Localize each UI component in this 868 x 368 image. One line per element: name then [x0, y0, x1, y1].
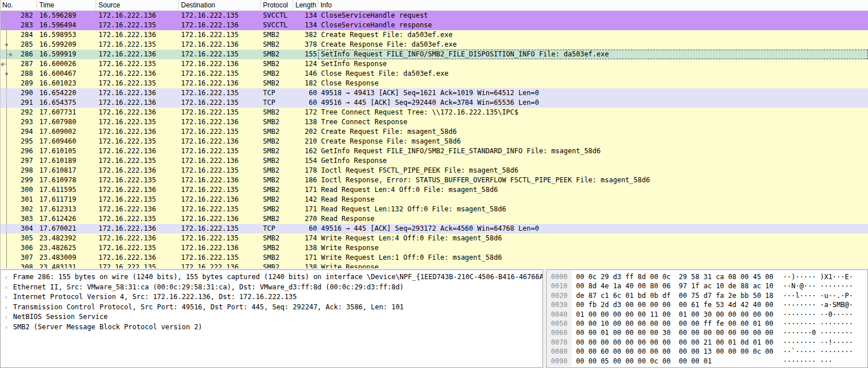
- packet-row[interactable]: 29217.607731172.16.222.136172.16.222.135…: [1, 108, 868, 117]
- hex-line[interactable]: 0020de 87 c1 6c 01 bd 0b df 00 75 d7 fa …: [547, 291, 867, 300]
- hex-bytes[interactable]: 00 00 01 00 00 00 00 30 00 00 00 00 00 0…: [571, 328, 774, 337]
- hex-offset: 0010: [547, 281, 571, 291]
- hex-line[interactable]: 004001 00 00 00 00 00 11 00 01 00 30 00 …: [547, 310, 867, 319]
- column-header-protocol[interactable]: Protocol: [261, 0, 293, 10]
- hex-ascii[interactable]: ·······0 ········: [774, 328, 853, 337]
- hex-bytes[interactable]: 00 00 60 00 00 00 00 00 00 00 13 00 00 0…: [571, 347, 774, 356]
- packet-row[interactable]: 30117.611719172.16.222.135172.16.222.136…: [1, 195, 868, 205]
- packet-row[interactable]: 29016.654220172.16.222.136172.16.222.135…: [1, 88, 868, 98]
- packet-row[interactable]: 29517.609460172.16.222.135172.16.222.136…: [1, 137, 868, 146]
- col-source: 172.16.222.135: [96, 117, 179, 127]
- col-destination: 172.16.222.135: [179, 224, 261, 234]
- hex-ascii[interactable]: ········ ··!·····: [774, 338, 853, 347]
- col-no: 291: [1, 98, 37, 108]
- packet-row[interactable]: 29717.610189172.16.222.135172.16.222.136…: [1, 156, 868, 166]
- packet-row[interactable]: 28616.599919172.16.222.136172.16.222.135…: [1, 50, 868, 59]
- packet-row[interactable]: 30623.482625172.16.222.135172.16.222.136…: [1, 243, 868, 253]
- hex-line[interactable]: 003000 fb 2d d3 00 00 00 00 00 61 fe 53 …: [547, 300, 867, 309]
- col-time: 17.670021: [37, 224, 96, 234]
- packet-row[interactable]: 29817.610817172.16.222.136172.16.222.135…: [1, 166, 868, 175]
- column-header-source[interactable]: Source: [96, 0, 179, 10]
- detail-line[interactable]: ›Frame 286: 155 bytes on wire (1240 bits…: [1, 272, 542, 283]
- col-no: 302: [1, 205, 37, 214]
- packet-row[interactable]: 29417.609002172.16.222.136172.16.222.135…: [1, 127, 868, 137]
- hex-bytes[interactable]: 00 8d 4e 1a 40 00 80 06 97 1f ac 10 de 8…: [571, 281, 774, 291]
- hex-ascii[interactable]: ········ ··0·····: [774, 310, 853, 319]
- hex-ascii[interactable]: ········ ········: [774, 319, 853, 328]
- packet-row[interactable]: 30417.670021172.16.222.136172.16.222.135…: [1, 224, 868, 234]
- hex-line[interactable]: 009000 00 05 00 00 00 0c 00 00 00 01 ···…: [547, 357, 867, 366]
- column-header-length[interactable]: Length: [293, 0, 318, 10]
- hex-bytes[interactable]: 00 00 05 00 00 00 0c 00 00 00 01: [571, 357, 774, 366]
- related-packet-marker: [1, 156, 12, 166]
- hex-bytes[interactable]: de 87 c1 6c 01 bd 0b df 00 75 d7 fa 2e b…: [571, 291, 774, 300]
- packet-row[interactable]: 29116.654375172.16.222.136172.16.222.135…: [1, 98, 868, 108]
- hex-bytes[interactable]: 00 fb 2d d3 00 00 00 00 00 61 fe 53 4d 4…: [571, 300, 774, 309]
- packet-row[interactable]: 28816.600467172.16.222.136172.16.222.135…: [1, 69, 868, 79]
- packet-row[interactable]: 28316.596494172.16.222.135172.16.222.136…: [1, 21, 868, 30]
- expand-chevron-icon[interactable]: ›: [5, 272, 13, 283]
- column-header-info[interactable]: Info: [318, 0, 868, 10]
- hex-line[interactable]: 006000 00 01 00 00 00 00 30 00 00 00 00 …: [547, 328, 867, 337]
- col-info: SetInfo Response: [318, 59, 868, 69]
- expand-chevron-icon[interactable]: ›: [5, 292, 13, 302]
- col-length: 162: [293, 146, 318, 156]
- packet-row[interactable]: 28516.599209172.16.222.135172.16.222.136…: [1, 40, 868, 50]
- hex-ascii[interactable]: ··`····· ········: [774, 347, 853, 356]
- packet-row[interactable]: 28916.601023172.16.222.135172.16.222.136…: [1, 79, 868, 88]
- hex-bytes[interactable]: 00 0c 29 d3 ff 8d 00 0c 29 58 31 ca 08 0…: [571, 272, 774, 281]
- hex-offset: 0040: [547, 310, 571, 319]
- hex-ascii[interactable]: ···l···· ·u··.·P·: [774, 291, 853, 300]
- col-time: 16.600467: [37, 69, 96, 79]
- col-length: 138: [293, 117, 318, 127]
- packet-row[interactable]: 29617.610105172.16.222.136172.16.222.135…: [1, 146, 868, 156]
- column-header-time[interactable]: Time: [37, 0, 96, 10]
- packet-row[interactable]: 28216.596289172.16.222.136172.16.222.135…: [1, 11, 868, 21]
- expand-chevron-icon[interactable]: ›: [5, 302, 13, 313]
- col-destination: 172.16.222.136: [179, 195, 261, 205]
- packet-row[interactable]: 28716.600026172.16.222.135172.16.222.136…: [1, 59, 868, 69]
- hex-line[interactable]: 005000 00 10 00 00 00 00 00 00 00 ff fe …: [547, 319, 867, 328]
- col-no: 306: [1, 243, 37, 253]
- hex-line[interactable]: 001000 8d 4e 1a 40 00 80 06 97 1f ac 10 …: [547, 281, 867, 291]
- related-packet-marker: [1, 69, 12, 79]
- col-destination: 172.16.222.136: [179, 214, 261, 224]
- col-info: Create Request File: da503ef.exe: [318, 30, 868, 40]
- hex-line[interactable]: 000000 0c 29 d3 ff 8d 00 0c 29 58 31 ca …: [547, 272, 867, 281]
- packet-row[interactable]: 30317.612426172.16.222.135172.16.222.136…: [1, 214, 868, 224]
- hex-ascii[interactable]: ··)····· )X1···E·: [774, 272, 853, 281]
- detail-line[interactable]: ›Transmission Control Protocol, Src Port…: [1, 302, 542, 313]
- column-header-destination[interactable]: Destination: [179, 0, 261, 10]
- col-source: 172.16.222.135: [96, 79, 179, 88]
- col-protocol: SMB2: [261, 214, 293, 224]
- hex-bytes[interactable]: 00 00 10 00 00 00 00 00 00 00 ff fe 00 0…: [571, 319, 774, 328]
- expand-chevron-icon[interactable]: ›: [5, 283, 13, 293]
- col-info: Ioctl Request FSCTL_PIPE_PEEK File: msag…: [318, 166, 868, 175]
- packet-row[interactable]: 30823.483131172.16.222.135172.16.222.136…: [1, 263, 868, 268]
- expand-chevron-icon[interactable]: ›: [5, 322, 13, 333]
- packet-row[interactable]: 29917.610978172.16.222.135172.16.222.136…: [1, 175, 868, 185]
- hex-bytes[interactable]: 01 00 00 00 00 00 11 00 01 00 30 00 00 0…: [571, 310, 774, 319]
- hex-bytes[interactable]: 00 00 00 00 00 00 00 00 00 00 21 00 01 0…: [571, 338, 774, 347]
- packet-row[interactable]: 29317.607980172.16.222.135172.16.222.136…: [1, 117, 868, 127]
- wireshark-window: No. Time Source Destination Protocol Len…: [0, 0, 868, 368]
- hex-ascii[interactable]: ········ ···: [774, 357, 833, 366]
- col-length: 142: [293, 195, 318, 205]
- packet-row[interactable]: 30217.612313172.16.222.136172.16.222.135…: [1, 205, 868, 214]
- expand-chevron-icon[interactable]: ›: [5, 312, 13, 322]
- detail-line[interactable]: ›Internet Protocol Version 4, Src: 172.1…: [1, 292, 542, 302]
- hex-line[interactable]: 007000 00 00 00 00 00 00 00 00 00 21 00 …: [547, 338, 867, 347]
- packet-row[interactable]: 30523.482392172.16.222.136172.16.222.135…: [1, 234, 868, 243]
- column-header-no[interactable]: No.: [1, 0, 37, 10]
- detail-line[interactable]: ›NetBIOS Session Service: [1, 312, 542, 322]
- hex-offset: 0070: [547, 338, 571, 347]
- packet-row[interactable]: 30017.611595172.16.222.136172.16.222.135…: [1, 185, 868, 195]
- hex-ascii[interactable]: ··N·@··· ········: [774, 281, 853, 291]
- packet-row[interactable]: 28416.598953172.16.222.136172.16.222.135…: [1, 30, 868, 40]
- detail-line[interactable]: ›SMB2 (Server Message Block Protocol ver…: [1, 322, 542, 333]
- packet-row[interactable]: 30723.483009172.16.222.136172.16.222.135…: [1, 253, 868, 263]
- conversation-line-dashed: [6, 224, 7, 234]
- hex-line[interactable]: 008000 00 60 00 00 00 00 00 00 00 13 00 …: [547, 347, 867, 356]
- hex-ascii[interactable]: ··-····· ·a·SMB@·: [774, 300, 853, 309]
- detail-line[interactable]: ›Ethernet II, Src: VMware_58:31:ca (00:0…: [1, 283, 542, 293]
